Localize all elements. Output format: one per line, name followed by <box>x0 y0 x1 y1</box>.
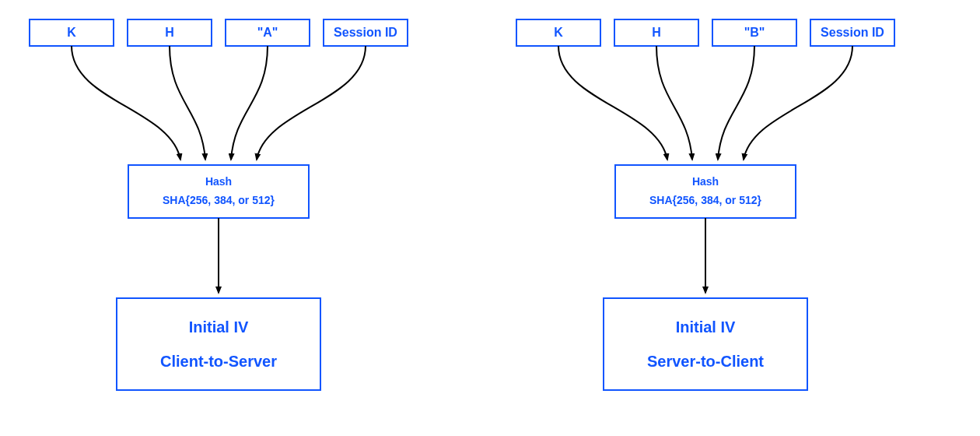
svg-rect-4 <box>128 165 309 218</box>
svg-rect-10 <box>615 165 796 218</box>
input-box-k: K <box>30 19 114 46</box>
arrow-a-to-hash <box>231 46 268 160</box>
arrow-k-to-hash <box>558 46 667 160</box>
right-diagram: K H "B" Session ID Hash SHA{256, 384, or… <box>516 19 894 390</box>
arrow-h-to-hash <box>170 46 205 160</box>
arrow-k-to-hash <box>72 46 180 160</box>
output-title: Initial IV <box>189 318 249 336</box>
input-label-h: H <box>165 26 174 39</box>
arrow-h-to-hash <box>656 46 692 160</box>
left-diagram: K H "A" Session ID Hash SHA{256, 384, or… <box>30 19 408 390</box>
hash-box: Hash SHA{256, 384, or 512} <box>615 165 796 218</box>
hash-box: Hash SHA{256, 384, or 512} <box>128 165 309 218</box>
input-label-k: K <box>554 26 563 39</box>
output-box: Initial IV Server-to-Client <box>604 298 807 390</box>
arrow-b-to-hash <box>718 46 754 160</box>
output-title: Initial IV <box>676 318 736 336</box>
hash-title: Hash <box>205 175 232 188</box>
input-box-b: "B" <box>712 19 796 46</box>
svg-rect-11 <box>604 298 807 390</box>
input-box-a: "A" <box>226 19 310 46</box>
input-box-session-id: Session ID <box>324 19 408 46</box>
output-detail: Server-to-Client <box>647 353 764 370</box>
input-label-h: H <box>652 26 661 39</box>
hash-detail: SHA{256, 384, or 512} <box>163 194 275 206</box>
hash-detail: SHA{256, 384, or 512} <box>649 194 762 206</box>
input-box-session-id: Session ID <box>810 19 894 46</box>
input-label-k: K <box>67 26 76 39</box>
input-label-session-id: Session ID <box>334 26 397 39</box>
arrow-session-to-hash <box>257 46 366 160</box>
input-box-h: H <box>614 19 698 46</box>
input-label-b: "B" <box>744 26 765 39</box>
input-label-a: "A" <box>257 26 278 39</box>
output-box: Initial IV Client-to-Server <box>117 298 320 390</box>
input-box-h: H <box>128 19 212 46</box>
output-detail: Client-to-Server <box>160 353 277 370</box>
svg-rect-5 <box>117 298 320 390</box>
input-label-session-id: Session ID <box>821 26 884 39</box>
input-box-k: K <box>516 19 600 46</box>
hash-title: Hash <box>692 175 719 188</box>
arrow-session-to-hash <box>744 46 852 160</box>
